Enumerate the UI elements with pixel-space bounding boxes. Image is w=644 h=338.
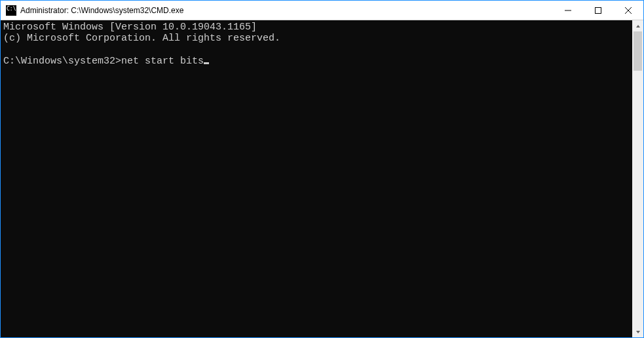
scrollbar-track[interactable] bbox=[632, 31, 643, 326]
window-title: Administrator: C:\Windows\system32\CMD.e… bbox=[20, 6, 183, 15]
copyright-line: (c) Microsoft Corporation. All rights re… bbox=[3, 33, 280, 44]
maximize-button[interactable] bbox=[583, 1, 613, 20]
cmd-icon bbox=[6, 5, 16, 16]
svg-marker-4 bbox=[636, 25, 640, 28]
minimize-icon bbox=[565, 7, 571, 14]
titlebar[interactable]: Administrator: C:\Windows\system32\CMD.e… bbox=[1, 1, 643, 20]
cmd-window: Administrator: C:\Windows\system32\CMD.e… bbox=[0, 0, 644, 338]
window-controls bbox=[553, 1, 643, 20]
version-line: Microsoft Windows [Version 10.0.19043.11… bbox=[3, 22, 257, 33]
svg-marker-5 bbox=[636, 331, 640, 333]
text-cursor bbox=[204, 62, 209, 64]
maximize-icon bbox=[595, 7, 601, 14]
prompt-path: C:\Windows\system32> bbox=[3, 56, 121, 67]
terminal[interactable]: Microsoft Windows [Version 10.0.19043.11… bbox=[1, 20, 632, 337]
command-input[interactable]: net start bits bbox=[121, 56, 204, 67]
svg-rect-1 bbox=[596, 7, 601, 13]
vertical-scrollbar[interactable] bbox=[632, 20, 643, 337]
scroll-up-button[interactable] bbox=[632, 20, 643, 31]
chevron-up-icon bbox=[635, 24, 641, 29]
scroll-down-button[interactable] bbox=[632, 326, 643, 337]
close-button[interactable] bbox=[613, 1, 643, 20]
chevron-down-icon bbox=[635, 329, 641, 335]
minimize-button[interactable] bbox=[553, 1, 583, 20]
close-icon bbox=[625, 7, 632, 14]
scrollbar-thumb[interactable] bbox=[634, 31, 642, 71]
client-area: Microsoft Windows [Version 10.0.19043.11… bbox=[1, 20, 643, 337]
